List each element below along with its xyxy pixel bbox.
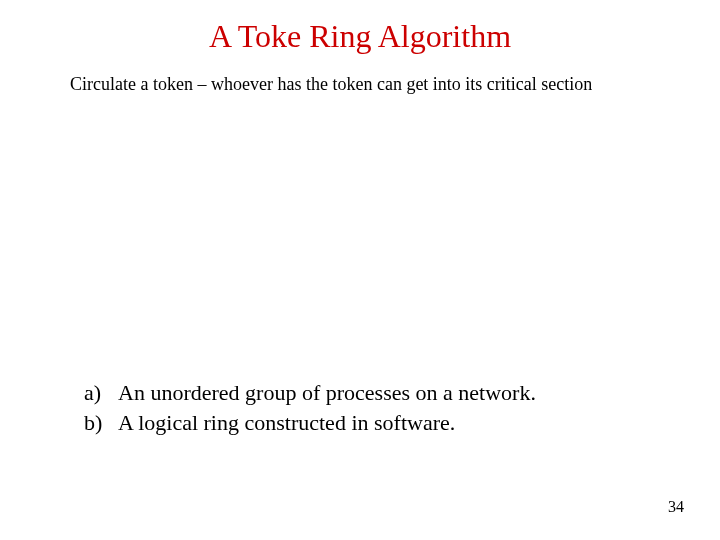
slide-subtext: Circulate a token – whoever has the toke… xyxy=(70,74,680,95)
list-marker: a) xyxy=(84,378,118,408)
list-item: a) An unordered group of processes on a … xyxy=(84,378,680,408)
page-number: 34 xyxy=(668,498,684,516)
list-item: b) A logical ring constructed in softwar… xyxy=(84,408,680,438)
list-text: A logical ring constructed in software. xyxy=(118,408,455,438)
list-marker: b) xyxy=(84,408,118,438)
slide: A Toke Ring Algorithm Circulate a token … xyxy=(0,0,720,540)
list-text: An unordered group of processes on a net… xyxy=(118,378,536,408)
option-list: a) An unordered group of processes on a … xyxy=(84,378,680,437)
slide-title: A Toke Ring Algorithm xyxy=(0,18,720,55)
